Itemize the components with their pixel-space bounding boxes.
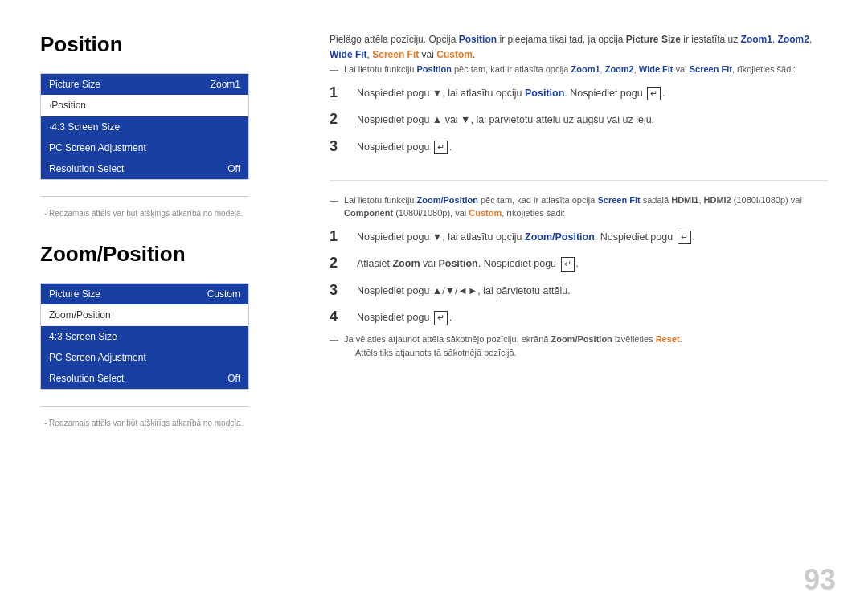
zp-footer-reset: Reset: [656, 334, 680, 344]
zp-component: Component: [344, 208, 393, 218]
section-divider-1: [40, 196, 249, 197]
zoom-step-3: 3 Nospiediet pogu ▲/▼/◄►, lai pārvietotu…: [330, 282, 828, 300]
zoom-picture-size-header: Picture Size Custom: [41, 284, 248, 304]
enter-icon-3: ↵: [678, 231, 691, 244]
zoom-step-2: 2 Atlasiet Zoom vai Position. Nospiediet…: [330, 255, 828, 272]
pos-highlight-position: Position: [459, 34, 497, 45]
zoom-menu-item-resolution: Resolution Select Off: [41, 368, 248, 389]
zp-footer-note2: Attēls tiks atjaunots tā sākotnējā pozīc…: [344, 348, 517, 358]
right-divider: [330, 180, 828, 181]
position-step-3: 3 Nospiediet pogu ↵.: [330, 138, 828, 156]
position-picture-size-header: Picture Size Zoom1: [41, 74, 248, 95]
zp-hdmi1: HDMI1: [671, 195, 698, 205]
zoom-note-indent: Lai lietotu funkciju Zoom/Position pēc t…: [330, 194, 828, 220]
position-menu-box: Picture Size Zoom1 ·Position ·4:3 Screen…: [40, 73, 249, 180]
enter-icon-4: ↵: [561, 257, 575, 271]
position-section: Position Picture Size Zoom1 ·Position ·4…: [40, 32, 281, 218]
zoom-step-1: 1 Nospiediet pogu ▼, lai atlasītu opciju…: [330, 228, 828, 246]
right-column: Pielägo attēla pozīciju. Opcija Position…: [305, 0, 868, 613]
zp-pos-bold: Position: [438, 258, 477, 269]
zoom-menu-item-zoompos[interactable]: Zoom/Position: [41, 304, 248, 326]
position-step-1: 1 Nospiediet pogu ▼, lai atlasītu opciju…: [330, 84, 828, 102]
position-steps: 1 Nospiediet pogu ▼, lai atlasītu opciju…: [330, 84, 828, 156]
pos-wide-fit: Wide Fit: [330, 49, 367, 60]
page-number: 93: [804, 563, 836, 597]
zp-note-screenfit: Screen Fit: [597, 195, 640, 205]
pos-zoom2: Zoom2: [778, 34, 809, 45]
position-menu-item-position[interactable]: ·Position: [41, 95, 248, 116]
position-step-2: 2 Nospiediet pogu ▲ vai ▼, lai pārvietot…: [330, 111, 828, 129]
zp-step1-highlight: Zoom/Position: [525, 231, 595, 243]
resolution-select-label: Resolution Select: [49, 163, 124, 174]
zp-footer-zoompos: Zoom/Position: [551, 334, 612, 344]
resolution-off-value: Off: [227, 163, 240, 174]
position-menu-item-43: ·4:3 Screen Size: [41, 116, 248, 137]
zoom-picture-size-label: Picture Size: [49, 288, 100, 300]
zoom-position-item-label: Zoom/Position: [49, 309, 111, 321]
pos-zoom1: Zoom1: [741, 34, 772, 45]
zoom-menu-item-43: 4:3 Screen Size: [41, 326, 248, 347]
pos-note-zoom2: Zoom2: [605, 64, 634, 74]
zoom-resolution-select-label: Resolution Select: [49, 373, 124, 384]
zoom-position-menu-box: Picture Size Custom Zoom/Position 4:3 Sc…: [40, 283, 249, 390]
zp-hdmi2: HDMI2: [704, 195, 731, 205]
pos-note-position: Position: [417, 64, 452, 74]
zoom-footer-note: Ja vēlaties atjaunot attēla sākotnējo po…: [330, 333, 828, 359]
position-note: Redzamais attēls var būt atšķirīgs atkar…: [40, 209, 281, 218]
position-note-indent: Lai lietotu funkciju Position pēc tam, k…: [330, 63, 828, 76]
position-description-block: Pielägo attēla pozīciju. Opcija Position…: [330, 32, 828, 156]
zoom-position-title: Zoom/Position: [40, 242, 281, 267]
zoom1-value: Zoom1: [211, 79, 240, 90]
zoom-position-steps: 1 Nospiediet pogu ▼, lai atlasītu opciju…: [330, 228, 828, 326]
enter-icon-2: ↵: [434, 141, 448, 154]
position-menu-item-resolution: Resolution Select Off: [41, 158, 248, 179]
zoom-note: Redzamais attēls var būt atšķirīgs atkar…: [40, 419, 281, 427]
pc-screen-label: PC Screen Adjustment: [49, 142, 146, 153]
left-column: Position Picture Size Zoom1 ·Position ·4…: [0, 0, 305, 613]
zoom-position-description-block: Lai lietotu funkciju Zoom/Position pēc t…: [330, 194, 828, 359]
position-item-label: ·Position: [49, 100, 86, 111]
position-menu-item-pc: PC Screen Adjustment: [41, 137, 248, 158]
zoom-step-4: 4 Nospiediet pogu ↵.: [330, 309, 828, 326]
pos-note-wide-fit: Wide Fit: [639, 64, 674, 74]
zoom-position-section: Zoom/Position Picture Size Custom Zoom/P…: [40, 242, 281, 427]
zoom-resolution-off-value: Off: [227, 373, 240, 384]
enter-icon-5: ↵: [434, 311, 448, 325]
section-divider-2: [40, 406, 249, 407]
zoom-pc-screen-label: PC Screen Adjustment: [49, 352, 146, 363]
position-main-desc: Pielägo attēla pozīciju. Opcija Position…: [330, 32, 828, 63]
enter-icon-1: ↵: [647, 87, 661, 100]
picture-size-label: Picture Size: [49, 79, 100, 90]
position-title: Position: [40, 32, 281, 57]
zp-custom: Custom: [469, 208, 502, 218]
page: Position Picture Size Zoom1 ·Position ·4…: [0, 0, 868, 613]
pos-screen-fit: Screen Fit: [372, 49, 419, 60]
pos-pic-size-bold: Picture Size: [626, 34, 681, 45]
zoom-43-screen-label: 4:3 Screen Size: [49, 331, 117, 342]
zp-note-func: Zoom/Position: [417, 195, 478, 205]
pos-note-zoom1: Zoom1: [571, 64, 600, 74]
step1-pos-highlight: Position: [525, 88, 564, 99]
43-screen-label: ·4:3 Screen Size: [49, 121, 120, 133]
pos-custom: Custom: [436, 49, 473, 60]
zoom-menu-item-pc: PC Screen Adjustment: [41, 347, 248, 368]
custom-value: Custom: [207, 288, 240, 300]
zp-zoom-bold: Zoom: [392, 258, 420, 269]
pos-note-screen-fit: Screen Fit: [690, 64, 732, 74]
